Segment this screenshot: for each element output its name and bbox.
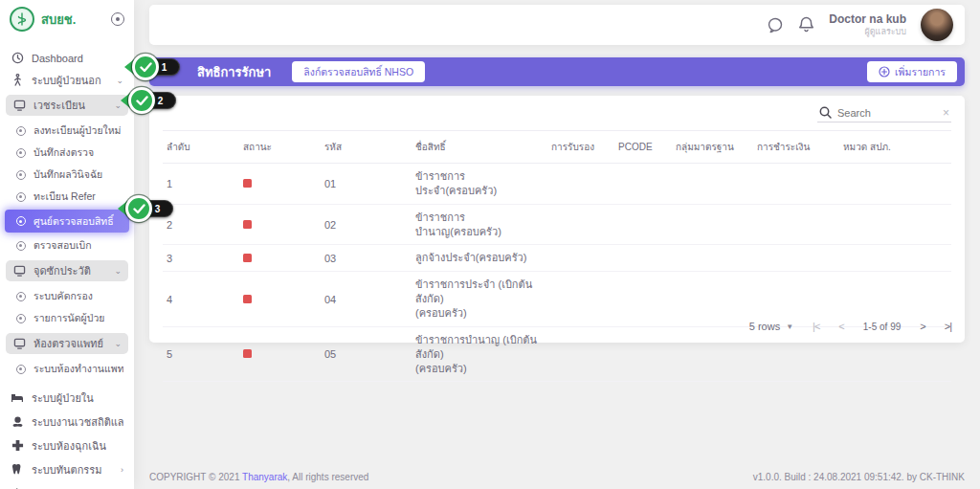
- status-square: [243, 295, 252, 303]
- radio-dot-icon: [15, 148, 26, 158]
- chat-icon[interactable]: [767, 16, 784, 33]
- monitor-icon: [12, 265, 26, 277]
- version-text: v1.0.0. Build : 24.08.2021 09:51:42. by …: [753, 472, 965, 482]
- brand-link[interactable]: Thanyarak: [242, 472, 287, 482]
- medical-cross-icon: [11, 439, 24, 452]
- status-square: [243, 220, 252, 229]
- search-icon: [819, 106, 832, 119]
- sidebar-logo-row: สบยช.: [0, 0, 134, 38]
- nhso-link-button[interactable]: ลิงก์ตรวจสอบสิทธิ์ NHSO: [292, 61, 425, 82]
- bell-icon[interactable]: [798, 16, 814, 33]
- page-title: สิทธิการรักษา: [197, 62, 271, 82]
- sidebar-item-refer-registry[interactable]: ทะเบียน Refer: [0, 186, 134, 208]
- status-square: [243, 179, 252, 188]
- sidebar-item-screening-system[interactable]: ระบบคัดกรอง: [0, 285, 134, 307]
- user-menu[interactable]: Doctor na kub ผู้ดูแลระบบ: [829, 13, 906, 36]
- walking-person-icon: [11, 74, 24, 86]
- sidebar-item-dashboard[interactable]: Dashboard: [0, 47, 134, 69]
- chevron-down-icon: ⌄: [116, 76, 123, 85]
- footer: COPYRIGHT © 2021 Thanyarak, All rights r…: [149, 472, 965, 482]
- caret-down-icon: ▼: [786, 322, 793, 331]
- sidebar-item-appointments[interactable]: รายการนัดผู้ป่วย: [0, 307, 134, 329]
- col-status: สถานะ: [239, 131, 321, 164]
- col-code: รหัส: [321, 131, 412, 164]
- first-page-button[interactable]: |<: [813, 321, 819, 332]
- search-input[interactable]: [837, 107, 937, 119]
- sidebar-group-doctor-exam-room[interactable]: ห้องตรวจแพทย์ ⌄: [6, 333, 128, 354]
- tooth-icon: [11, 463, 24, 476]
- page-range: 1-5 of 99: [863, 322, 901, 332]
- table-row[interactable]: 1 01 ข้าราชการประจำ(ครอบครัว): [163, 164, 951, 205]
- top-header-bar: Doctor na kub ผู้ดูแลระบบ: [149, 5, 965, 45]
- radio-dot-icon: [15, 292, 26, 301]
- col-category: หมวด สปภ.: [839, 131, 951, 164]
- chevron-down-icon: ⌄: [114, 339, 122, 348]
- hands-globe-icon: [11, 415, 24, 428]
- prev-page-button[interactable]: <: [838, 321, 843, 332]
- copyright-text: COPYRIGHT © 2021 Thanyarak, All rights r…: [149, 472, 368, 482]
- sidebar-item-medical-statistics-system[interactable]: ระบบงานเวชสถิติและ...: [0, 410, 134, 433]
- add-item-button[interactable]: เพิ่มรายการ: [867, 61, 957, 82]
- status-square: [243, 349, 252, 358]
- radio-dot-icon: [15, 365, 26, 374]
- clear-search-icon[interactable]: ×: [943, 107, 949, 119]
- sidebar-item-record-exam-request[interactable]: บันทึกส่งตรวจ: [0, 142, 134, 164]
- next-page-button[interactable]: >: [920, 321, 924, 332]
- col-right-name: ชื่อสิทธิ์: [412, 131, 547, 164]
- user-role: ผู้ดูแลระบบ: [829, 27, 906, 36]
- status-square: [243, 254, 252, 262]
- col-standard-group: กลุ่มมาตรฐาน: [672, 131, 753, 164]
- sidebar-item-rights-check-center[interactable]: ศูนย์ตรวจสอบสิทธิ์: [5, 210, 129, 233]
- sidebar-item-doctor-workroom-system[interactable]: ระบบห้องทำงานแพทย์: [0, 358, 134, 380]
- monitor-icon: [12, 338, 26, 349]
- app-title: สบยช.: [41, 10, 104, 30]
- table-header-row: ลำดับ สถานะ รหัส ชื่อสิทธิ์ การรับรอง PC…: [163, 131, 951, 164]
- last-page-button[interactable]: >|: [945, 321, 951, 332]
- chevron-right-icon: ›: [121, 465, 123, 475]
- monitor-icon: [12, 100, 26, 111]
- col-order: ลำดับ: [163, 131, 239, 164]
- page-toolbar: สิทธิการรักษา ลิงก์ตรวจสอบสิทธิ์ NHSO เพ…: [149, 57, 965, 86]
- bed-icon: [11, 392, 24, 404]
- radio-dot-icon: [15, 216, 26, 226]
- plus-circle-icon: [879, 66, 890, 78]
- user-name: Doctor na kub: [829, 13, 906, 27]
- table-row[interactable]: 2 02 ข้าราชการบำนาญ(ครอบครัว): [163, 204, 951, 245]
- radio-dot-icon: [15, 170, 26, 180]
- col-certification: การรับรอง: [547, 131, 614, 164]
- radio-dot-icon: [15, 126, 26, 136]
- sidebar-item-emergency-room-system[interactable]: ระบบห้องฉุกเฉิน: [0, 433, 134, 457]
- col-payment: การชำระเงิน: [753, 131, 839, 164]
- radio-dot-icon: [15, 314, 26, 323]
- sidebar: สบยช. Dashboard ระบบผู้ป่วยนอก ⌄ เวชระเบ…: [0, 0, 134, 489]
- sidebar-item-record-diagnosis[interactable]: บันทึกผลวินิจฉัย: [0, 164, 134, 186]
- rights-table-card: × ลำดับ สถานะ รหัส ชื่อสิทธิ์ การรับรอง …: [149, 96, 965, 343]
- col-pcode: PCODE: [614, 131, 672, 164]
- sidebar-collapse-toggle[interactable]: [111, 12, 124, 26]
- sidebar-item-inpatient-system[interactable]: ระบบผู้ป่วยใน: [0, 386, 134, 410]
- sidebar-item-claim-check[interactable]: ตรวจสอบเบิก: [0, 234, 134, 256]
- sidebar-item-lab-room-system[interactable]: ระบบห้อง LAB ›: [0, 481, 134, 489]
- sidebar-item-outpatient-system[interactable]: ระบบผู้ป่วยนอก ⌄: [0, 69, 134, 91]
- avatar[interactable]: [921, 9, 953, 41]
- table-row[interactable]: 3 03 ลูกจ้างประจำ(ครอบครัว): [163, 245, 951, 272]
- radio-dot-icon: [15, 241, 26, 251]
- clock-icon: [11, 52, 24, 64]
- app-logo-icon: [10, 7, 34, 32]
- radio-dot-icon: [15, 192, 26, 202]
- search-box: ×: [817, 103, 951, 122]
- sidebar-group-medical-records[interactable]: เวชระเบียน ⌄: [6, 95, 128, 116]
- chevron-down-icon: ⌄: [114, 100, 122, 110]
- main-area: Doctor na kub ผู้ดูแลระบบ สิทธิการรักษา …: [134, 0, 980, 489]
- sidebar-item-register-new-patient[interactable]: ลงทะเบียนผู้ป่วยใหม่: [0, 120, 134, 142]
- chevron-down-icon: ⌄: [114, 266, 122, 276]
- rights-table: ลำดับ สถานะ รหัส ชื่อสิทธิ์ การรับรอง PC…: [163, 130, 951, 382]
- sidebar-item-dental-system[interactable]: ระบบทันตกรรม ›: [0, 457, 134, 481]
- rows-per-page-select[interactable]: 5 rows ▼: [749, 321, 793, 332]
- pagination-bar: 5 rows ▼ |< < 1-5 of 99 > >|: [163, 310, 951, 343]
- sidebar-group-history-point[interactable]: จุดซักประวัติ ⌄: [6, 260, 128, 281]
- sidebar-nav: Dashboard ระบบผู้ป่วยนอก ⌄ เวชระเบียน ⌄ …: [0, 38, 134, 489]
